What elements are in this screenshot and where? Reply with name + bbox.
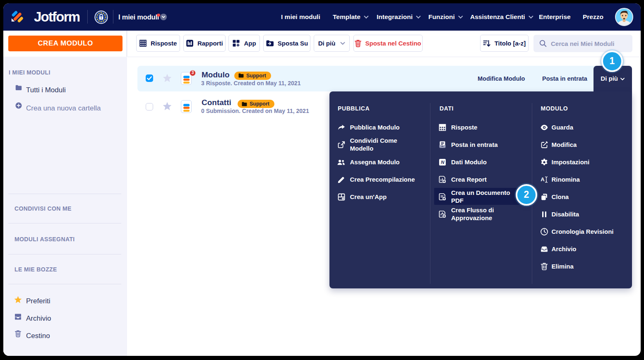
svg-text:A: A xyxy=(541,176,545,182)
svg-text:N: N xyxy=(441,160,445,165)
